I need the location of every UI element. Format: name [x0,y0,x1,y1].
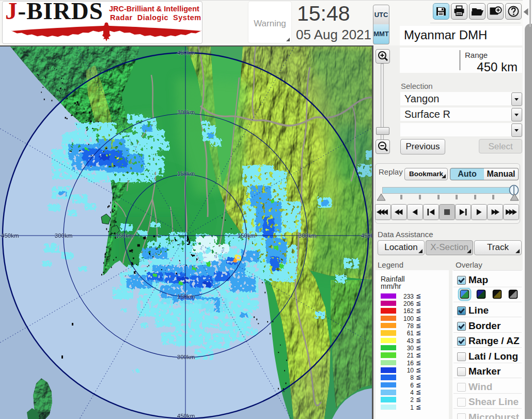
svg-text:450km: 450km [177,413,195,419]
svg-text:300km: 300km [299,232,317,239]
svg-text:300km: 300km [55,232,73,239]
svg-text:150km: 150km [177,170,195,177]
svg-text:150km: 150km [116,232,134,239]
svg-text:450km: 450km [177,50,195,56]
svg-text:300km: 300km [177,109,195,115]
svg-text:150km: 150km [177,293,195,300]
svg-text:450km: 450km [1,232,19,239]
svg-text:450km: 450km [361,232,373,239]
svg-text:150km: 150km [238,232,256,239]
svg-text:300km: 300km [177,354,195,360]
